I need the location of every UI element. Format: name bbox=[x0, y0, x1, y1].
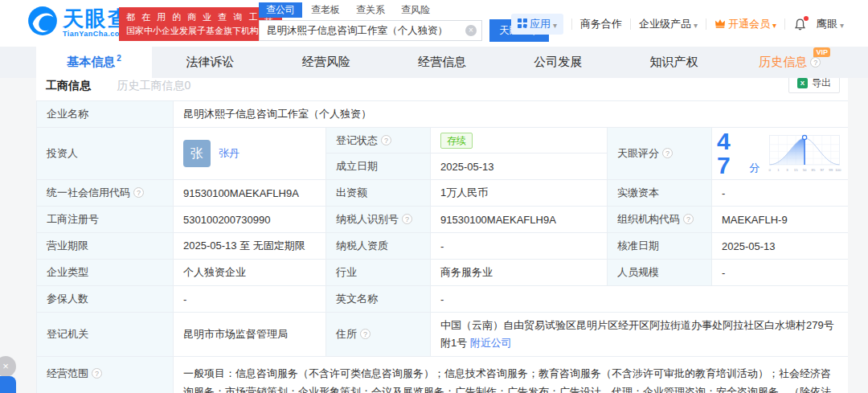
score-unit: 分 bbox=[749, 161, 760, 175]
business-info-table: 企业名称 昆明沐熙子信息咨询工作室（个人独资） 投资人 张 张丹 登记状态 存续… bbox=[36, 100, 848, 393]
tab-intellectual-property[interactable]: 知识产权 bbox=[616, 47, 731, 78]
svg-text:97: 97 bbox=[821, 168, 825, 172]
business-scope-value: 一般项目：信息咨询服务（不含许可类信息咨询服务）；信息技术咨询服务；教育咨询服务… bbox=[174, 357, 849, 393]
tab-history-info[interactable]: VIP 历史信息 bbox=[732, 47, 848, 78]
chevron-down-icon bbox=[840, 18, 844, 31]
company-name-value: 昆明沐熙子信息咨询工作室（个人独资） bbox=[174, 101, 849, 128]
tab-legal-litigation-label: 法律诉讼 bbox=[186, 55, 234, 70]
status-badge: 存续 bbox=[440, 133, 473, 149]
svg-text:100: 100 bbox=[835, 168, 841, 172]
table-row: 登记机关 昆明市市场监督管理局 住所 中国（云南）自由贸易试验区昆明片区经开区阿… bbox=[37, 313, 849, 357]
svg-text:50: 50 bbox=[803, 168, 807, 172]
tab-operation-info-label: 经营信息 bbox=[418, 55, 466, 70]
svg-text:3: 3 bbox=[786, 168, 788, 172]
close-icon[interactable] bbox=[0, 356, 16, 377]
info-icon[interactable] bbox=[92, 368, 102, 379]
info-icon[interactable] bbox=[133, 187, 144, 198]
tianyancha-logo[interactable]: 天眼查 TianYanCha.com bbox=[27, 6, 130, 39]
tab-operation-info[interactable]: 经营信息 bbox=[384, 47, 500, 78]
tab-company-development[interactable]: 公司发展 bbox=[500, 47, 616, 78]
search-area: 查公司 查老板 查关系 查风险 天眼一下 bbox=[259, 2, 549, 42]
search-tab-boss[interactable]: 查老板 bbox=[304, 2, 347, 18]
nav-enterprise-products[interactable]: 企业级产品 bbox=[639, 17, 698, 31]
score-distribution-chart: 0 1 3 15 50 85 97 99 100 bbox=[768, 130, 843, 177]
help-icon bbox=[810, 57, 821, 68]
reg-authority-value: 昆明市市场监督管理局 bbox=[174, 313, 326, 357]
vip-badge: VIP bbox=[813, 47, 830, 57]
nav-divider bbox=[784, 18, 785, 30]
org-code-value: MAEKAFLH-9 bbox=[712, 207, 849, 233]
floating-widget[interactable] bbox=[0, 376, 16, 393]
info-icon[interactable] bbox=[402, 214, 412, 224]
reg-status-cell: 存续 bbox=[431, 128, 608, 154]
taxpayer-id-label: 纳税人识别号 bbox=[326, 207, 431, 233]
subtab-business-registration[interactable]: 工商信息 bbox=[46, 78, 91, 95]
tab-basic-info-label: 基本信息 bbox=[67, 55, 115, 70]
company-name-label: 企业名称 bbox=[37, 101, 174, 128]
investor-name-link[interactable]: 张丹 bbox=[219, 146, 240, 161]
reg-number-label: 工商注册号 bbox=[37, 207, 174, 233]
table-row: 企业类型 个人独资企业 行业 商务服务业 人员规模 - bbox=[37, 260, 849, 286]
staff-size-label: 人员规模 bbox=[608, 260, 712, 286]
nav-business-cooperation[interactable]: 商务合作 bbox=[580, 17, 622, 31]
crown-icon bbox=[714, 18, 726, 31]
org-code-label-text: 组织机构代码 bbox=[617, 213, 680, 225]
establish-date-value: 2025-05-13 bbox=[431, 154, 608, 180]
business-scope-label-text: 经营范围 bbox=[47, 367, 88, 379]
chevron-down-icon bbox=[772, 18, 776, 31]
info-icon[interactable] bbox=[683, 214, 694, 224]
address-label: 住所 bbox=[326, 313, 431, 357]
export-button[interactable]: 导出 bbox=[788, 78, 840, 93]
notification-dot bbox=[804, 16, 809, 21]
nav-open-membership[interactable]: 开通会员 bbox=[714, 17, 776, 31]
industry-value: 商务服务业 bbox=[431, 260, 608, 286]
nav-apps[interactable]: 应用 bbox=[511, 14, 563, 35]
excel-icon bbox=[797, 78, 808, 88]
investor-avatar[interactable]: 张 bbox=[183, 140, 211, 167]
score-label-text: 天眼评分 bbox=[617, 147, 659, 159]
company-type-value: 个人独资企业 bbox=[174, 260, 326, 286]
info-icon[interactable] bbox=[360, 329, 371, 339]
reg-status-label-text: 登记状态 bbox=[336, 134, 378, 146]
nav-apps-label: 应用 bbox=[530, 17, 551, 31]
clear-search-icon[interactable] bbox=[465, 25, 477, 36]
subtab-history-registration[interactable]: 历史工商信息0 bbox=[117, 78, 190, 95]
credit-code-value: 91530100MAEKAFLH9A bbox=[174, 180, 326, 207]
notification-bell-icon[interactable] bbox=[793, 18, 807, 31]
table-row: 工商注册号 530100200730990 纳税人识别号 91530100MAE… bbox=[37, 207, 849, 233]
svg-text:1: 1 bbox=[777, 168, 780, 172]
subtab-row: 工商信息 历史工商信息0 导出 bbox=[36, 78, 848, 95]
capital-label: 出资额 bbox=[326, 180, 431, 207]
info-icon[interactable] bbox=[662, 148, 673, 158]
top-header: 天眼查 TianYanCha.com 都 在 用 的 商 业 查 询 工 具 国… bbox=[0, 0, 868, 47]
search-input[interactable] bbox=[259, 20, 482, 41]
capital-value: 1万人民币 bbox=[431, 180, 608, 207]
search-tab-risk[interactable]: 查风险 bbox=[394, 2, 437, 18]
credit-code-label-text: 统一社会信用代码 bbox=[47, 186, 130, 199]
address-label-text: 住所 bbox=[336, 328, 357, 340]
nav-eagle-label: 鹰眼 bbox=[817, 17, 837, 31]
tab-basic-info-badge: 2 bbox=[117, 54, 121, 63]
score-label: 天眼评分 bbox=[608, 128, 712, 180]
nav-business-label: 商务合作 bbox=[580, 17, 622, 31]
table-row: 企业名称 昆明沐熙子信息咨询工作室（个人独资） bbox=[37, 101, 849, 128]
tab-basic-info[interactable]: 基本信息 2 bbox=[36, 47, 152, 78]
tab-legal-litigation[interactable]: 法律诉讼 bbox=[152, 47, 268, 78]
insured-value: - bbox=[174, 286, 326, 313]
slogan-line2: 国家中小企业发展子基金旗下机构 bbox=[126, 24, 275, 38]
slogan-line1: 都 在 用 的 商 业 查 询 工 具 bbox=[126, 10, 275, 24]
tab-operation-risk[interactable]: 经营风险 bbox=[268, 47, 384, 78]
nav-eagle-eye[interactable]: 鹰眼 bbox=[817, 17, 844, 31]
establish-date-label: 成立日期 bbox=[326, 154, 431, 180]
nav-membership-label: 开通会员 bbox=[728, 17, 770, 31]
search-tab-relation[interactable]: 查关系 bbox=[349, 2, 392, 18]
export-button-label: 导出 bbox=[812, 78, 831, 90]
score-marker-pin bbox=[803, 135, 807, 139]
search-tab-company[interactable]: 查公司 bbox=[259, 2, 302, 18]
taxpayer-id-value: 91530100MAEKAFLH9A bbox=[431, 207, 608, 233]
company-type-label: 企业类型 bbox=[37, 260, 174, 286]
tab-operation-risk-label: 经营风险 bbox=[302, 55, 350, 70]
nearby-companies-link[interactable]: 附近公司 bbox=[470, 337, 512, 349]
info-icon[interactable] bbox=[381, 135, 391, 145]
staff-size-value: - bbox=[712, 260, 849, 286]
